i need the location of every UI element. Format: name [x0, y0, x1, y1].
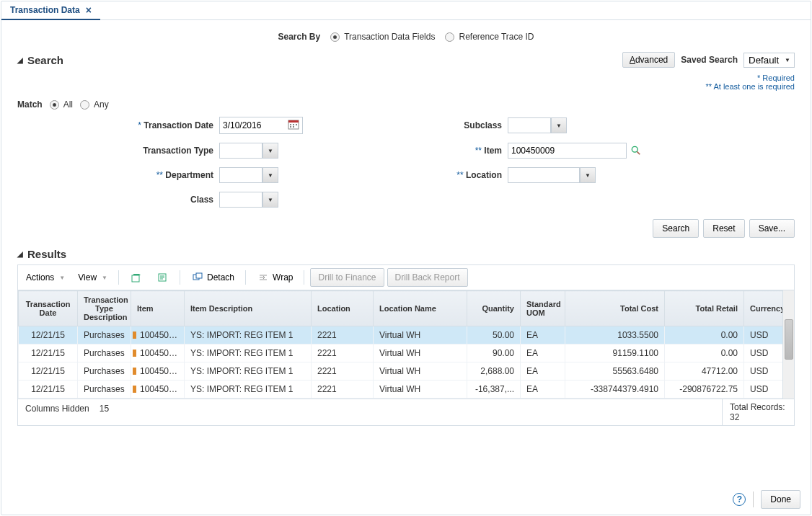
col-currency[interactable]: Currency — [744, 291, 783, 326]
cell-currency: USD — [744, 381, 783, 399]
query-icon[interactable] — [151, 268, 174, 287]
saved-search-select[interactable]: Default — [743, 53, 795, 68]
total-records-value: 32 — [730, 412, 787, 422]
results-toolbar: Actions View Detach Wrap Drill to Financ… — [18, 265, 794, 290]
scrollbar-thumb[interactable] — [785, 319, 793, 360]
calendar-icon[interactable] — [288, 119, 301, 132]
results-table: Transaction Date Transaction Type Descri… — [18, 290, 782, 399]
table-row[interactable]: 12/21/15Purchases100450009YS: IMPORT: RE… — [19, 362, 783, 381]
tab-transaction-data[interactable]: Transaction Data × — [1, 1, 100, 20]
view-menu[interactable]: View — [73, 270, 112, 285]
col-quantity[interactable]: Quantity — [467, 291, 521, 326]
location-input[interactable] — [508, 167, 580, 183]
results-panel: Actions View Detach Wrap Drill to Financ… — [17, 264, 795, 426]
actions-menu[interactable]: Actions — [21, 270, 70, 285]
dropdown-icon[interactable] — [551, 117, 567, 133]
radio-match-all[interactable]: All — [50, 99, 73, 110]
col-total-retail[interactable]: Total Retail — [665, 291, 744, 326]
cell-type: Purchases — [78, 362, 131, 381]
cell-date: 12/21/15 — [19, 381, 78, 399]
svg-point-7 — [632, 146, 637, 152]
search-icon[interactable] — [630, 144, 643, 157]
detach-button[interactable]: Detach — [186, 268, 239, 287]
cell-currency: USD — [744, 326, 783, 344]
cell-total-cost: 1033.5500 — [565, 326, 665, 344]
table-row[interactable]: 12/21/15Purchases100450009YS: IMPORT: RE… — [19, 381, 783, 399]
item-input[interactable] — [508, 143, 627, 159]
cell-date: 12/21/15 — [19, 344, 78, 362]
cell-location: 2221 — [312, 344, 374, 362]
search-section-title[interactable]: ◢ Search — [17, 54, 63, 66]
search-by-label: Search By — [278, 32, 320, 42]
radio-transaction-data-fields[interactable]: Transaction Data Fields — [330, 32, 435, 42]
cell-type: Purchases — [78, 326, 131, 344]
cell-location-name: Virtual WH — [374, 381, 467, 399]
col-transaction-type[interactable]: Transaction Type Description — [78, 291, 131, 326]
drill-back-report-button[interactable]: Drill Back Report — [387, 268, 468, 287]
cell-location-name: Virtual WH — [374, 362, 467, 381]
cell-uom: EA — [521, 326, 565, 344]
save-button[interactable]: Save... — [749, 219, 795, 238]
cell-date: 12/21/15 — [19, 326, 78, 344]
close-icon[interactable]: × — [86, 4, 92, 16]
cell-total-retail: 47712.00 — [665, 362, 744, 381]
required-notes: * Required ** At least one is required — [17, 71, 795, 98]
dropdown-icon[interactable] — [262, 143, 278, 159]
advanced-button[interactable]: Advanced — [622, 52, 675, 68]
col-location-name[interactable]: Location Name — [374, 291, 467, 326]
cell-type: Purchases — [78, 381, 131, 399]
radio-icon — [80, 100, 89, 110]
cell-item: 100450009 — [131, 344, 185, 362]
cell-total-cost: 91159.1100 — [565, 344, 665, 362]
reset-button[interactable]: Reset — [703, 219, 744, 238]
transaction-type-input[interactable] — [219, 143, 262, 159]
svg-line-8 — [637, 151, 640, 154]
subclass-input[interactable] — [508, 117, 551, 133]
col-item[interactable]: Item — [131, 291, 185, 326]
dropdown-icon[interactable] — [262, 192, 278, 208]
search-button[interactable]: Search — [653, 219, 699, 238]
radio-reference-trace-id[interactable]: Reference Trace ID — [445, 32, 534, 42]
cell-item: 100450009 — [131, 326, 185, 344]
cell-uom: EA — [521, 381, 565, 399]
svg-rect-4 — [296, 124, 297, 125]
separator — [245, 270, 246, 285]
cell-type: Purchases — [78, 344, 131, 362]
cell-location-name: Virtual WH — [374, 344, 467, 362]
cell-total-cost: -338744379.4910 — [565, 381, 665, 399]
results-section-title[interactable]: ◢ Results — [17, 248, 795, 264]
detach-icon — [191, 271, 204, 284]
col-item-description[interactable]: Item Description — [185, 291, 312, 326]
cell-total-retail: 0.00 — [665, 326, 744, 344]
drill-to-finance-button[interactable]: Drill to Finance — [310, 268, 384, 287]
col-location[interactable]: Location — [312, 291, 374, 326]
col-transaction-date[interactable]: Transaction Date — [19, 291, 78, 326]
col-total-cost[interactable]: Total Cost — [565, 291, 665, 326]
transaction-type-label: Transaction Type — [17, 146, 219, 156]
export-icon[interactable] — [125, 268, 148, 287]
svg-rect-5 — [290, 126, 291, 128]
atleast-note: ** At least one is required — [17, 82, 795, 91]
cell-location: 2221 — [312, 362, 374, 381]
cell-location: 2221 — [312, 326, 374, 344]
table-row[interactable]: 12/21/15Purchases100450009YS: IMPORT: RE… — [19, 326, 783, 344]
help-icon[interactable]: ? — [733, 493, 746, 506]
dropdown-icon[interactable] — [262, 167, 278, 183]
transaction-date-input[interactable] — [220, 117, 286, 133]
cell-uom: EA — [521, 344, 565, 362]
dropdown-icon[interactable] — [580, 167, 596, 183]
table-row[interactable]: 12/21/15Purchases100450009YS: IMPORT: RE… — [19, 344, 783, 362]
class-input[interactable] — [219, 192, 262, 208]
cell-uom: EA — [521, 362, 565, 381]
wrap-button[interactable]: Wrap — [252, 268, 298, 287]
department-input[interactable] — [219, 167, 262, 183]
radio-label: Transaction Data Fields — [344, 32, 435, 42]
done-button[interactable]: Done — [761, 490, 800, 509]
vertical-scrollbar[interactable] — [782, 290, 794, 399]
radio-match-any[interactable]: Any — [80, 99, 109, 110]
required-note: * Required — [17, 74, 795, 82]
collapse-icon: ◢ — [17, 56, 23, 64]
search-by-row: Search By Transaction Data Fields Refere… — [17, 20, 795, 49]
col-standard-uom[interactable]: Standard UOM — [521, 291, 565, 326]
cell-quantity: 2,688.00 — [467, 362, 521, 381]
